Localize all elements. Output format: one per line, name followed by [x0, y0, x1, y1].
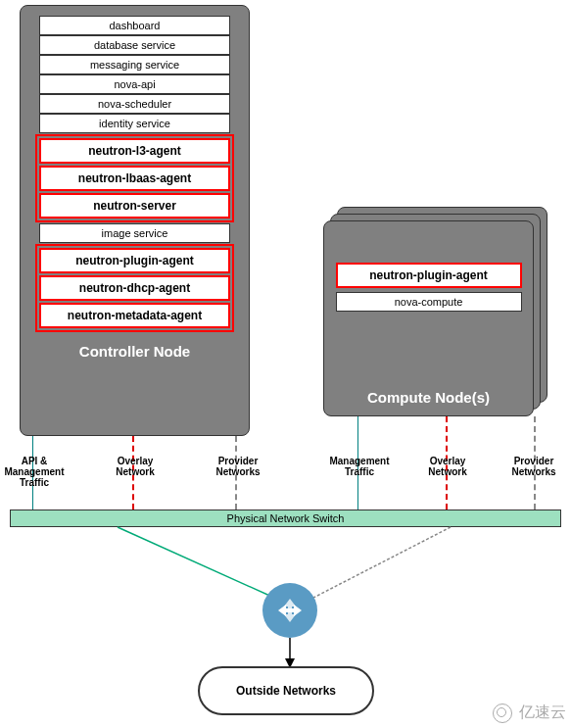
label-overlay-2: Overlay Network: [413, 456, 482, 477]
service-neutron-l3-agent: neutron-l3-agent: [39, 138, 230, 164]
service-dashboard: dashboard: [39, 16, 230, 35]
service-neutron-metadata-agent: neutron-metadata-agent: [39, 303, 230, 328]
highlight-group-2: neutron-plugin-agent neutron-dhcp-agent …: [35, 244, 234, 332]
service-messaging: messaging service: [39, 55, 230, 74]
service-neutron-dhcp-agent: neutron-dhcp-agent: [39, 275, 230, 301]
service-neutron-server: neutron-server: [39, 193, 230, 218]
outside-label: Outside Networks: [236, 684, 336, 698]
service-identity: identity service: [39, 114, 230, 133]
label-mgmt: Management Traffic: [325, 456, 394, 477]
neutron-architecture-diagram: dashboard database service messaging ser…: [0, 0, 571, 728]
svg-line-0: [118, 527, 274, 598]
controller-title: Controller Node: [79, 343, 190, 360]
label-overlay-1: Overlay Network: [101, 456, 169, 477]
physical-network-switch: Physical Network Switch: [10, 510, 561, 527]
router-icon: [262, 583, 317, 638]
outside-networks-cloud: Outside Networks: [198, 666, 374, 715]
highlight-group-1: neutron-l3-agent neutron-lbaas-agent neu…: [35, 134, 234, 222]
service-compute-neutron-plugin-agent: neutron-plugin-agent: [336, 263, 522, 288]
service-nova-compute: nova-compute: [336, 292, 522, 312]
service-nova-scheduler: nova-scheduler: [39, 94, 230, 114]
watermark: 亿速云: [493, 703, 566, 723]
label-provider-2: Provider Networks: [500, 456, 568, 477]
compute-node-front: neutron-plugin-agent nova-compute Comput…: [323, 220, 534, 416]
label-api-mgmt: API & Management Traffic: [0, 456, 69, 488]
service-nova-api: nova-api: [39, 74, 230, 94]
label-provider-1: Provider Networks: [204, 456, 272, 477]
service-database: database service: [39, 35, 230, 55]
compute-title: Compute Node(s): [367, 389, 490, 406]
service-neutron-lbaas-agent: neutron-lbaas-agent: [39, 166, 230, 191]
service-neutron-plugin-agent: neutron-plugin-agent: [39, 248, 230, 273]
controller-node: dashboard database service messaging ser…: [20, 5, 250, 436]
svg-line-1: [313, 527, 451, 598]
service-image: image service: [39, 223, 230, 243]
